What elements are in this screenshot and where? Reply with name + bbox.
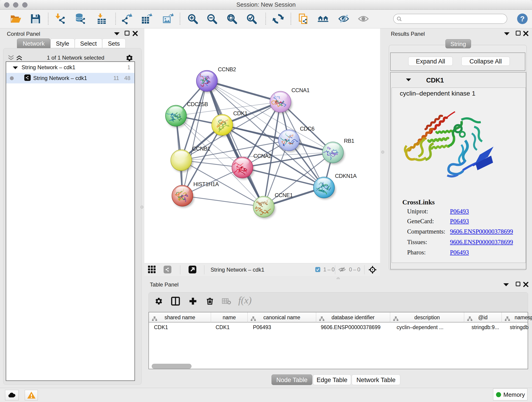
svg-text:CCNB2: CCNB2: [218, 66, 236, 72]
svg-text:HIST1H1A: HIST1H1A: [193, 181, 219, 187]
svg-text:CDKN1A: CDKN1A: [335, 173, 357, 179]
svg-text:RB1: RB1: [344, 138, 354, 144]
svg-text:CCNE1: CCNE1: [275, 192, 293, 198]
svg-text:CDK1: CDK1: [233, 110, 247, 116]
svg-text:CCNA2: CCNA2: [253, 153, 272, 159]
svg-text:CCNB1: CCNB1: [192, 146, 210, 152]
svg-text:CCNA1: CCNA1: [291, 87, 310, 93]
svg-text:CDC6: CDC6: [300, 126, 314, 132]
svg-text:CDC25B: CDC25B: [187, 101, 208, 107]
